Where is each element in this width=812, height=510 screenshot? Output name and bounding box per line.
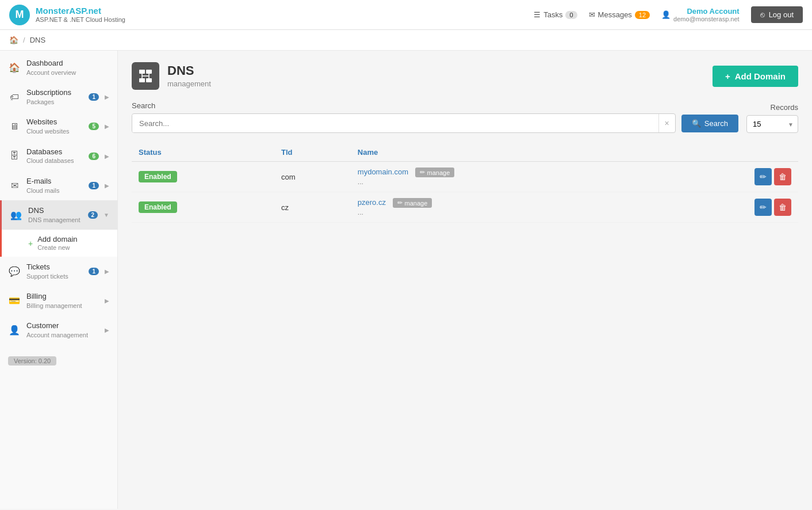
sidebar-item-subscriptions[interactable]: 🏷 Subscriptions Packages 1 ▶ xyxy=(0,82,117,112)
sidebar-item-emails[interactable]: ✉ E-mails Cloud mails 1 ▶ xyxy=(0,171,117,200)
status-badge-0: Enabled xyxy=(139,171,177,182)
breadcrumb-home[interactable]: 🏠 xyxy=(9,36,18,44)
records-wrap: 15 25 50 100 xyxy=(746,115,798,133)
version-label: Version: 0.20 xyxy=(0,345,117,377)
page-header: DNS management + Add Domain xyxy=(132,62,798,90)
search-input[interactable] xyxy=(132,115,658,132)
sidebar-text-subscriptions: Subscriptions Packages xyxy=(26,88,83,106)
sidebar-title-emails: E-mails xyxy=(26,177,83,187)
sidebar-text-tickets: Tickets Support tickets xyxy=(26,262,83,280)
manage-button-0[interactable]: ✏manage xyxy=(415,168,455,177)
sidebar-text-dashboard: Dashboard Account overview xyxy=(26,59,109,77)
sidebar-subitem-add-domain[interactable]: + Add domain Create new xyxy=(0,230,117,257)
user-info: 👤 Demo Account demo@monsterasp.net xyxy=(661,7,740,22)
tickets-arrow: ▶ xyxy=(105,268,109,275)
messages-badge: 12 xyxy=(635,11,650,19)
search-label: Search xyxy=(132,101,738,110)
sidebar-sub-billing: Billing management xyxy=(26,302,99,310)
user-email: demo@monsterasp.net xyxy=(673,16,740,22)
sidebar-text-customer: Customer Account management xyxy=(26,321,99,339)
sidebar-title-dashboard: Dashboard xyxy=(26,59,109,68)
sidebar-title-billing: Billing xyxy=(26,292,99,302)
sidebar-title-tickets: Tickets xyxy=(26,262,83,272)
cell-name-0: mydomain.com ✏manage ... xyxy=(351,162,654,192)
svg-rect-2 xyxy=(139,78,145,82)
databases-arrow: ▶ xyxy=(105,153,109,159)
sidebar-item-billing[interactable]: 💳 Billing Billing management ▶ xyxy=(0,286,117,315)
main-layout: 🏠 Dashboard Account overview 🏷 Subscript… xyxy=(0,51,812,509)
sidebar-title-customer: Customer xyxy=(26,321,99,331)
search-clear-button[interactable]: × xyxy=(658,114,675,132)
edit-button-0[interactable]: ✏ xyxy=(754,168,772,185)
search-btn-label: Search xyxy=(704,119,728,128)
breadcrumb-separator: / xyxy=(23,36,25,44)
messages-label: Messages xyxy=(598,10,632,19)
table-actions-0: ✏ 🗑 xyxy=(660,168,791,185)
logout-button[interactable]: ⎋ Log out xyxy=(751,6,803,23)
logout-label: Log out xyxy=(769,10,794,19)
sidebar-sub-tickets: Support tickets xyxy=(26,272,83,280)
top-nav: M MonsterASP.net ASP.NET & .NET Cloud Ho… xyxy=(0,0,812,30)
delete-button-0[interactable]: 🗑 xyxy=(774,168,791,185)
tickets-badge: 1 xyxy=(89,268,99,275)
table-body: Enabled com mydomain.com ✏manage ... ✏ 🗑… xyxy=(132,162,798,223)
messages-button[interactable]: ✉ Messages 12 xyxy=(589,10,650,19)
sidebar-title-websites: Websites xyxy=(26,117,83,127)
add-domain-button[interactable]: + Add Domain xyxy=(713,66,798,87)
tickets-icon: 💬 xyxy=(8,266,21,277)
search-records-row: Search × 🔍 Search Records 15 xyxy=(132,101,798,133)
manage-button-1[interactable]: ✏manage xyxy=(393,198,432,208)
domain-link-1[interactable]: pzero.cz xyxy=(358,198,386,207)
sidebar-title-subscriptions: Subscriptions xyxy=(26,88,83,98)
sidebar-item-websites[interactable]: 🖥 Websites Cloud websites 5 ▶ xyxy=(0,112,117,141)
sidebar-text-websites: Websites Cloud websites xyxy=(26,117,83,135)
manage-icon-1: ✏ xyxy=(397,199,403,207)
sidebar-text-dns: DNS DNS management xyxy=(28,206,82,224)
sidebar-item-dns[interactable]: 👥 DNS DNS management 2 ▼ xyxy=(0,200,117,230)
search-input-wrap: × xyxy=(132,113,676,133)
logo-title: MonsterASP.net xyxy=(36,6,125,16)
add-domain-label: Add Domain xyxy=(735,71,786,81)
sidebar-item-databases[interactable]: 🗄 Databases Cloud databases 6 ▶ xyxy=(0,142,117,171)
edit-icon-1: ✏ xyxy=(760,203,767,212)
page-header-text: DNS management xyxy=(167,63,211,89)
table-actions-1: ✏ 🗑 xyxy=(660,199,791,216)
user-name: Demo Account xyxy=(673,7,740,16)
sidebar-title-dns: DNS xyxy=(28,206,82,216)
sidebar-subitem-sub: Create new xyxy=(37,244,77,252)
ellipsis-1: ... xyxy=(358,208,363,216)
logout-icon: ⎋ xyxy=(760,10,765,19)
sidebar-item-tickets[interactable]: 💬 Tickets Support tickets 1 ▶ xyxy=(0,257,117,286)
sidebar-text-billing: Billing Billing management xyxy=(26,292,99,310)
edit-button-1[interactable]: ✏ xyxy=(754,199,772,216)
search-button[interactable]: 🔍 Search xyxy=(681,115,738,132)
records-select[interactable]: 15 25 50 100 xyxy=(746,115,798,133)
version-text: Version: 0.20 xyxy=(8,356,56,366)
topnav-right: ☰ Tasks 0 ✉ Messages 12 👤 Demo Account d… xyxy=(534,6,803,23)
sidebar-item-dashboard[interactable]: 🏠 Dashboard Account overview xyxy=(0,53,117,82)
billing-icon: 💳 xyxy=(8,295,21,306)
dns-icon: 👥 xyxy=(10,210,22,220)
tasks-button[interactable]: ☰ Tasks 0 xyxy=(534,10,577,19)
breadcrumb: 🏠 / DNS xyxy=(0,30,812,51)
dns-arrow: ▼ xyxy=(104,212,109,218)
emails-icon: ✉ xyxy=(8,180,21,191)
emails-arrow: ▶ xyxy=(105,182,109,189)
breadcrumb-current: DNS xyxy=(30,36,45,44)
domain-link-0[interactable]: mydomain.com xyxy=(358,168,408,176)
user-account-icon: 👤 xyxy=(661,10,671,19)
records-section: Records 15 25 50 100 xyxy=(746,103,798,133)
dns-table: Status Tld Name Enabled com mydomain.com… xyxy=(132,143,798,223)
subscriptions-icon: 🏷 xyxy=(8,92,21,102)
tasks-icon: ☰ xyxy=(534,10,541,19)
databases-icon: 🗄 xyxy=(8,151,21,161)
billing-arrow: ▶ xyxy=(105,298,109,304)
sidebar-item-customer[interactable]: 👤 Customer Account management ▶ xyxy=(0,315,117,345)
sidebar-sub-subscriptions: Packages xyxy=(26,98,83,106)
col-tld: Tld xyxy=(274,143,351,162)
delete-button-1[interactable]: 🗑 xyxy=(774,199,791,216)
page-header-left: DNS management xyxy=(132,62,211,90)
websites-badge: 5 xyxy=(89,123,99,130)
subscriptions-badge: 1 xyxy=(89,93,99,101)
websites-arrow: ▶ xyxy=(105,123,109,130)
